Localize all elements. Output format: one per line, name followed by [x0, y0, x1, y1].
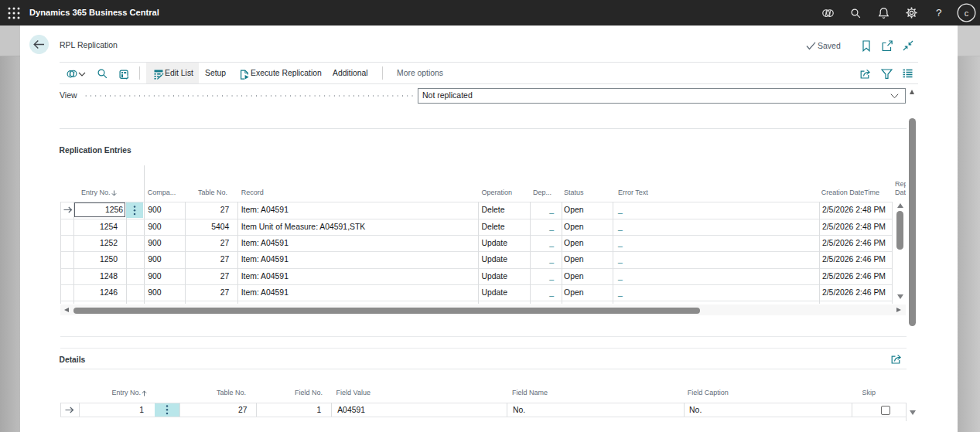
svg-text:c: c [965, 9, 969, 18]
